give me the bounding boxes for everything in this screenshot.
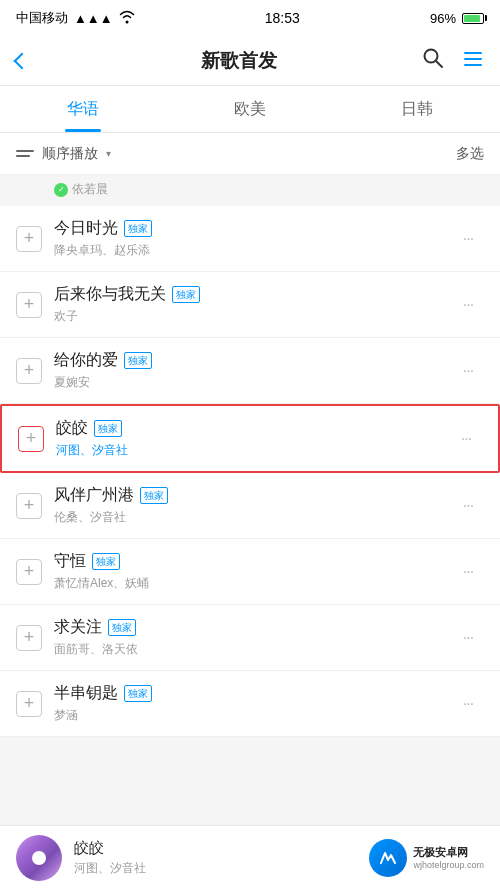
add-button-6[interactable]: +	[16, 559, 42, 585]
song-item-7: + 求关注 独家 面筋哥、洛天依 ···	[0, 605, 500, 671]
battery-icon	[462, 13, 484, 24]
exclusive-badge-2: 独家	[172, 286, 200, 303]
back-arrow-icon[interactable]	[14, 52, 31, 69]
order-control[interactable]: 顺序播放 ▾	[16, 145, 111, 163]
more-button-8[interactable]: ···	[452, 688, 484, 720]
add-button-5[interactable]: +	[16, 493, 42, 519]
add-button-4[interactable]: +	[18, 426, 44, 452]
search-icon[interactable]	[422, 47, 444, 74]
watermark-url: wjhotelgroup.com	[413, 860, 484, 870]
tab-chinese[interactable]: 华语	[0, 86, 167, 132]
song-artist-3: 夏婉安	[54, 374, 452, 391]
more-button-3[interactable]: ···	[452, 355, 484, 387]
song-info-4: 皎皎 独家 河图、汐音社	[56, 418, 450, 459]
dropdown-icon: ▾	[106, 148, 111, 159]
song-item-6: + 守恒 独家 萧忆情Alex、妖蛹 ···	[0, 539, 500, 605]
album-center	[32, 851, 46, 865]
watermark-logo	[369, 839, 407, 877]
watermark-area: 无极安卓网 wjhotelgroup.com	[369, 839, 484, 877]
tab-bar: 华语 欧美 日韩	[0, 86, 500, 133]
song-title-4: 皎皎	[56, 418, 88, 439]
song-artist-5: 伦桑、汐音社	[54, 509, 452, 526]
song-artist-2: 欢子	[54, 308, 452, 325]
more-button-7[interactable]: ···	[452, 622, 484, 654]
song-list: + 今日时光 独家 降央卓玛、赵乐添 ··· + 后来你与我无关 独家 欢子 ·…	[0, 206, 500, 737]
song-info-7: 求关注 独家 面筋哥、洛天依	[54, 617, 452, 658]
playing-artist: 河图、汐音社	[74, 860, 357, 877]
more-dots-icon-6: ···	[463, 563, 473, 581]
playing-title: 皎皎	[74, 839, 357, 858]
watermark-site-name: 无极安卓网	[413, 845, 484, 860]
song-item-1: + 今日时光 独家 降央卓玛、赵乐添 ···	[0, 206, 500, 272]
more-button-4[interactable]: ···	[450, 423, 482, 455]
order-icon	[16, 147, 34, 161]
more-button-6[interactable]: ···	[452, 556, 484, 588]
status-time: 18:53	[265, 10, 300, 26]
tab-western[interactable]: 欧美	[167, 86, 334, 132]
add-button-7[interactable]: +	[16, 625, 42, 651]
song-artist-4: 河图、汐音社	[56, 442, 450, 459]
exclusive-badge-1: 独家	[124, 220, 152, 237]
nav-bar: 新歌首发	[0, 36, 500, 86]
status-bar: 中国移动 ▲▲▲ 18:53 96%	[0, 0, 500, 36]
more-button-1[interactable]: ···	[452, 223, 484, 255]
song-artist-8: 梦涵	[54, 707, 452, 724]
song-title-8: 半串钥匙	[54, 683, 118, 704]
svg-line-1	[436, 61, 442, 67]
now-playing-bar[interactable]: 皎皎 河图、汐音社 无极安卓网 wjhotelgroup.com	[0, 825, 500, 889]
controls-bar: 顺序播放 ▾ 多选	[0, 133, 500, 175]
song-artist-1: 降央卓玛、赵乐添	[54, 242, 452, 259]
tab-japanese[interactable]: 日韩	[333, 86, 500, 132]
add-button-1[interactable]: +	[16, 226, 42, 252]
exclusive-badge-6: 独家	[92, 553, 120, 570]
song-title-2: 后来你与我无关	[54, 284, 166, 305]
song-item-8: + 半串钥匙 独家 梦涵 ···	[0, 671, 500, 737]
status-bar-left: 中国移动 ▲▲▲	[16, 9, 135, 27]
song-item-3: + 给你的爱 独家 夏婉安 ···	[0, 338, 500, 404]
song-title-7: 求关注	[54, 617, 102, 638]
song-info-3: 给你的爱 独家 夏婉安	[54, 350, 452, 391]
song-item-4: + 皎皎 独家 河图、汐音社 ···	[0, 404, 500, 473]
song-info-5: 风伴广州港 独家 伦桑、汐音社	[54, 485, 452, 526]
carrier-label: 中国移动	[16, 9, 68, 27]
song-title-5: 风伴广州港	[54, 485, 134, 506]
more-dots-icon-2: ···	[463, 296, 473, 314]
song-artist-7: 面筋哥、洛天依	[54, 641, 452, 658]
add-button-2[interactable]: +	[16, 292, 42, 318]
exclusive-badge-7: 独家	[108, 619, 136, 636]
song-info-1: 今日时光 独家 降央卓玛、赵乐添	[54, 218, 452, 259]
song-title-3: 给你的爱	[54, 350, 118, 371]
more-dots-icon-8: ···	[463, 695, 473, 713]
menu-icon[interactable]	[462, 48, 484, 74]
exclusive-badge-4: 独家	[94, 420, 122, 437]
nav-back-button[interactable]	[16, 55, 56, 67]
song-title-1: 今日时光	[54, 218, 118, 239]
verified-artist-name: 依若晨	[72, 181, 108, 198]
more-dots-icon-1: ···	[463, 230, 473, 248]
add-button-3[interactable]: +	[16, 358, 42, 384]
verified-artist-row: 依若晨	[0, 175, 500, 206]
song-item-5: + 风伴广州港 独家 伦桑、汐音社 ···	[0, 473, 500, 539]
wifi-icon	[119, 10, 135, 27]
more-button-5[interactable]: ···	[452, 490, 484, 522]
watermark-text-block: 无极安卓网 wjhotelgroup.com	[413, 845, 484, 870]
page-title: 新歌首发	[201, 48, 277, 74]
exclusive-badge-5: 独家	[140, 487, 168, 504]
add-button-8[interactable]: +	[16, 691, 42, 717]
status-bar-right: 96%	[430, 11, 484, 26]
song-item-2: + 后来你与我无关 独家 欢子 ···	[0, 272, 500, 338]
more-button-2[interactable]: ···	[452, 289, 484, 321]
verified-icon	[54, 183, 68, 197]
signal-icon: ▲▲▲	[74, 11, 113, 26]
song-info-2: 后来你与我无关 独家 欢子	[54, 284, 452, 325]
battery-percent: 96%	[430, 11, 456, 26]
more-dots-icon-5: ···	[463, 497, 473, 515]
song-info-6: 守恒 独家 萧忆情Alex、妖蛹	[54, 551, 452, 592]
song-info-8: 半串钥匙 独家 梦涵	[54, 683, 452, 724]
album-art	[16, 835, 62, 881]
song-title-6: 守恒	[54, 551, 86, 572]
more-dots-icon-4: ···	[461, 430, 471, 448]
playing-info: 皎皎 河图、汐音社	[74, 839, 357, 877]
multi-select-button[interactable]: 多选	[456, 145, 484, 163]
exclusive-badge-3: 独家	[124, 352, 152, 369]
